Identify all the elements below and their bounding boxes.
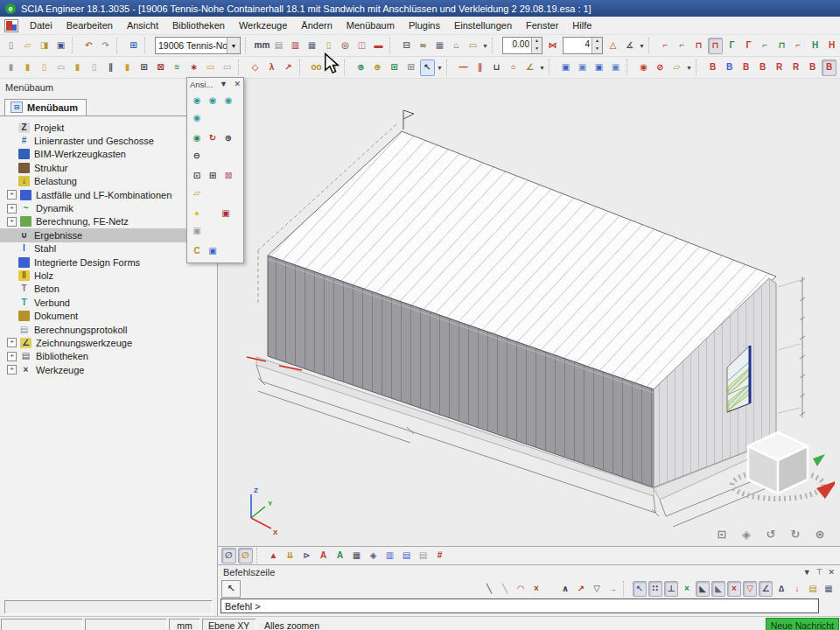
corner1-icon[interactable]: ◣ <box>696 581 710 597</box>
label-material-icon[interactable]: R <box>788 60 803 76</box>
menu-hilfe[interactable]: Hilfe <box>565 18 598 32</box>
pair-icon[interactable]: oo <box>309 60 324 76</box>
project-manager-icon[interactable]: ⊞ <box>126 38 141 54</box>
zoom-window-icon[interactable]: ⊡ <box>190 168 204 184</box>
snap-midpoint-icon[interactable]: ╲ <box>498 581 512 597</box>
scale-dropdown[interactable]: ▼ <box>638 43 646 49</box>
labels-abc-icon[interactable]: A <box>316 548 331 564</box>
arrow-down-icon[interactable]: ↓ <box>790 581 804 597</box>
cross-green-icon[interactable]: × <box>680 581 694 597</box>
rotate-copy-icon[interactable]: ▣ <box>608 60 623 76</box>
model-icon[interactable]: ▤ <box>399 548 414 564</box>
line-icon[interactable]: — <box>456 60 471 76</box>
sidebar-item-holz[interactable]: ‖Holz <box>0 269 217 282</box>
save-icon[interactable]: ▣ <box>53 38 68 54</box>
project-combo[interactable]: 19006 Tennis-Nohe▼ <box>155 37 241 54</box>
zoom-out-icon[interactable]: ⊖ <box>190 148 204 164</box>
close-icon[interactable]: ✕ <box>234 80 241 88</box>
open-project-icon[interactable]: ▱ <box>20 38 35 54</box>
scale-spinner[interactable]: 4▲▼ <box>563 37 603 54</box>
menu-bearbeiten[interactable]: Bearbeiten <box>60 18 120 32</box>
circle-icon[interactable]: ○ <box>506 60 521 76</box>
volumes-icon[interactable]: ▲ <box>266 548 281 564</box>
sidebar-item-verbund[interactable]: TVerbund <box>0 296 217 309</box>
status-message-badge[interactable]: Neue Nachricht <box>766 618 839 630</box>
raster-icon[interactable]: # <box>432 548 447 564</box>
load-display-icon[interactable]: ⊓ <box>691 38 706 54</box>
expand-icon[interactable]: + <box>7 190 17 200</box>
undo-icon[interactable]: ↶ <box>81 38 96 54</box>
save-all-icon[interactable]: ◨ <box>37 38 52 54</box>
node-icon[interactable]: λ <box>264 60 279 76</box>
view-z-icon[interactable]: ◉ <box>221 93 235 108</box>
zoom-selection-icon[interactable]: ⊠ <box>221 168 235 184</box>
select-tool-icon[interactable]: ↖ <box>420 60 435 76</box>
render-wire-icon[interactable]: ∅ <box>221 548 236 564</box>
wall-tool-icon[interactable]: ≡ <box>170 60 185 76</box>
menu-datei[interactable]: Datei <box>23 18 60 32</box>
moment-display-icon[interactable]: ⊓ <box>708 38 723 54</box>
zoom-all-icon[interactable]: ⊞ <box>206 168 220 184</box>
view-axo-icon[interactable]: ◉ <box>190 110 204 126</box>
loads-view-icon[interactable]: ⇊ <box>283 548 298 564</box>
sidebar-item-bim-werkzeugkasten[interactable]: BIM-Werkzeugkasten <box>0 148 217 161</box>
grid-member-icon[interactable]: ⊞ <box>136 60 151 76</box>
bim-icon[interactable]: ◫ <box>354 38 369 54</box>
tri-red-icon[interactable]: ▽ <box>743 581 757 597</box>
sidebar-item-integrierte-design-forms[interactable]: Integrierte Design Forms <box>0 256 217 269</box>
ortho-icon[interactable]: ⊥ <box>664 581 678 597</box>
chain-icon[interactable]: ∞ <box>326 60 340 76</box>
surface-icon[interactable]: ▦ <box>349 548 364 564</box>
wheel-icon[interactable]: ◎ <box>338 38 353 54</box>
menu-werkzeuge[interactable]: Werkzeuge <box>232 18 294 32</box>
draw-dropdown[interactable]: ▼ <box>538 65 546 71</box>
slab-display-icon[interactable]: ⌐ <box>758 38 773 54</box>
layers-icon[interactable]: ▤ <box>271 38 286 54</box>
sidebar-item-beton[interactable]: TBeton <box>0 283 217 296</box>
plate-tool-icon[interactable]: ⊠ <box>153 60 168 76</box>
grid-snap-icon[interactable]: ∷ <box>648 581 662 597</box>
panel-tool-icon[interactable]: ▭ <box>203 60 218 76</box>
sidebar-item-dynamik[interactable]: +~Dynamik <box>0 201 217 214</box>
truss-tool-icon[interactable]: ▮ <box>120 60 135 76</box>
preview-icon[interactable]: ∞ <box>416 38 430 54</box>
zoom-in-icon[interactable]: ⊕ <box>221 130 235 146</box>
render-image-icon[interactable]: ▣ <box>219 206 233 221</box>
lamp-icon[interactable]: ● <box>190 206 204 221</box>
member-display-icon[interactable]: Γ <box>741 38 756 54</box>
expand-icon[interactable]: + <box>7 365 17 374</box>
pin-icon[interactable]: ⊤ <box>816 568 823 577</box>
menu--ndern[interactable]: Ändern <box>294 18 339 32</box>
snap-arc-icon[interactable]: ◠ <box>514 581 528 597</box>
calculator-icon[interactable]: ▦ <box>432 38 447 54</box>
ruler-icon[interactable]: ▥ <box>382 548 397 564</box>
barrier-icon[interactable]: ▬ <box>371 38 386 54</box>
sidebar-item-bibliotheken[interactable]: +▤Bibliotheken <box>0 350 217 363</box>
sidebar-item-dokument[interactable]: Dokument <box>0 309 217 322</box>
sidebar-item-werkzeuge[interactable]: +×Werkzeuge <box>0 363 217 376</box>
visibility-dropdown[interactable]: ▼ <box>685 65 693 71</box>
project-combo-arrow[interactable]: ▼ <box>227 38 240 53</box>
corner2-icon[interactable]: ◣ <box>711 581 725 597</box>
opening-tool-icon[interactable]: ▭ <box>220 60 234 76</box>
expand-icon[interactable]: + <box>7 204 17 214</box>
rafter-tool-icon[interactable]: ▯ <box>37 60 52 76</box>
sidebar-item-ergebnisse[interactable]: ∪Ergebnisse <box>0 228 217 242</box>
rotate-view-icon[interactable]: ↻ <box>206 130 220 146</box>
chevron-down-icon[interactable]: ▼ <box>220 80 228 88</box>
label-load-icon[interactable]: B <box>755 60 770 76</box>
model2-icon[interactable]: ▤ <box>416 548 430 564</box>
select-dropdown[interactable]: ▼ <box>436 65 444 71</box>
status-plane[interactable]: Ebene XY <box>202 619 256 630</box>
redo-icon[interactable]: ↷ <box>98 38 113 54</box>
expand-icon[interactable]: + <box>7 217 17 227</box>
orbit-icon[interactable]: ↺ <box>762 525 780 542</box>
units-icon[interactable]: mm <box>255 38 270 54</box>
render-image2-icon[interactable]: ▣ <box>190 223 204 239</box>
mesh-display-icon[interactable]: ⊓ <box>774 38 789 54</box>
cross-member-icon[interactable]: ∥ <box>103 60 118 76</box>
label-node-icon[interactable]: B <box>705 60 720 76</box>
sidebar-item-berechnung-fe-netz[interactable]: +Berechnung, FE-Netz <box>0 215 217 228</box>
snap-endpoint-icon[interactable]: ╲ <box>482 581 496 597</box>
shell-tool-icon[interactable]: ∗ <box>186 60 201 76</box>
